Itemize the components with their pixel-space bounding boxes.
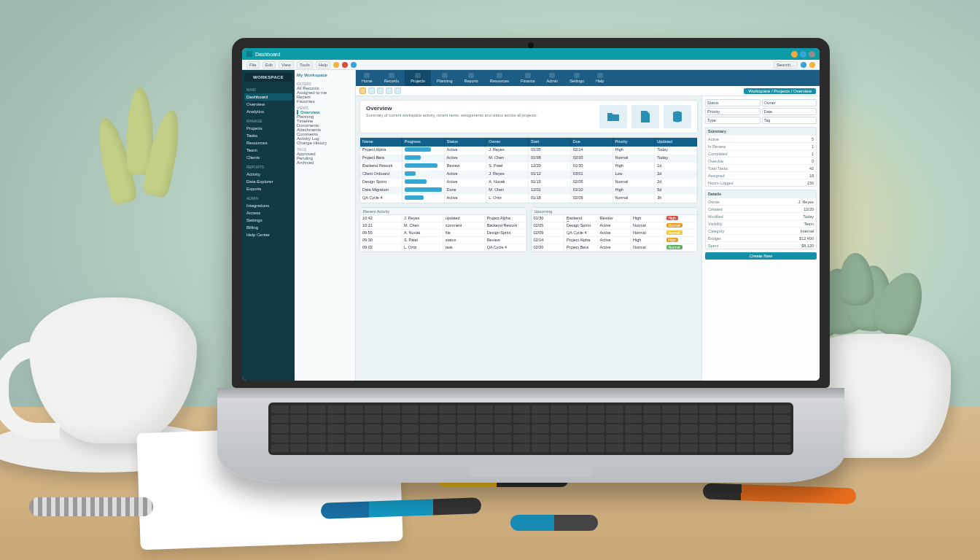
subnav-item[interactable]: Change History [297, 141, 353, 145]
column-header[interactable]: Due [571, 138, 613, 147]
menu-tools[interactable]: Tools [297, 61, 313, 69]
ribbon-tab[interactable]: Home [356, 70, 378, 86]
table-cell: Design Sprint [360, 179, 402, 187]
menu-edit[interactable]: Edit [262, 61, 276, 69]
upcoming-cell: Design Sprint [564, 222, 598, 230]
ribbon-tab[interactable]: Projects [405, 70, 431, 86]
tab-icon [574, 73, 580, 78]
sidebar-item[interactable]: Team [244, 147, 292, 154]
upcoming-row[interactable]: 02/05Design SprintActiveNormalNormal [532, 222, 698, 230]
table-row[interactable]: Backend ReworkReviewS. Patel12/2001/30Hi… [360, 163, 697, 171]
list-icon[interactable] [368, 88, 375, 94]
upcoming-cell: Backend Rework [564, 215, 598, 222]
sidebar-item[interactable]: Billing [244, 224, 292, 231]
sort-icon[interactable] [394, 88, 401, 94]
upcoming-row[interactable]: 02/09QA Cycle 4ActiveNormalNormal [532, 230, 698, 237]
priority-tag: Normal [666, 223, 682, 228]
sidebar-item[interactable]: Analytics [244, 108, 292, 115]
sidebar-item[interactable]: Settings [244, 217, 292, 224]
avatar-icon[interactable] [791, 51, 798, 58]
breadcrumb-path[interactable]: Workspace / Projects / Overview [744, 88, 816, 94]
sidebar-item[interactable]: Access [244, 209, 292, 217]
sidebar-item[interactable]: Exports [244, 185, 292, 192]
table-row[interactable]: Data MigrationDoneM. Chen12/0101/10High5… [360, 187, 697, 195]
activity-row[interactable]: 09:02L. OrtiztaskQA Cycle 4 [360, 244, 526, 252]
settings-icon[interactable] [809, 51, 815, 58]
filter-input[interactable]: Status [705, 99, 761, 106]
sync-icon[interactable] [809, 62, 815, 68]
activity-row[interactable]: 09:55A. NovakfileDesign Sprint [360, 230, 526, 237]
ribbon-tab[interactable]: Help [590, 70, 610, 86]
sidebar-item[interactable]: Resources [244, 139, 292, 147]
progress-bar [405, 163, 438, 168]
upcoming-row[interactable]: 01/30Backend ReworkReviewHighHigh [532, 215, 698, 222]
table-row[interactable]: Project AlphaActiveJ. Reyes01/0502/14Hig… [360, 147, 697, 155]
filter-icon[interactable] [386, 88, 392, 94]
table-row[interactable]: Design SprintActiveA. Novak01/1502/05Nor… [360, 179, 697, 187]
table-cell: Client Onboard [360, 171, 402, 179]
sidebar-item[interactable]: Clients [244, 154, 292, 161]
ribbon-tab[interactable]: Planning [431, 70, 458, 86]
upcoming-cell: Normal [664, 244, 698, 252]
sidebar-item[interactable]: Help Center [244, 231, 292, 238]
activity-cell: updated [443, 215, 485, 222]
menu-help[interactable]: Help [316, 61, 330, 69]
activity-row[interactable]: 09:30S. PatelstatusReview [360, 237, 526, 244]
upcoming-cell: High [664, 237, 698, 244]
refresh-icon[interactable] [801, 62, 806, 68]
ribbon-tab[interactable]: Resources [484, 70, 515, 86]
ribbon-tab[interactable]: Finance [515, 70, 541, 86]
info-value: $8,120 [801, 244, 814, 248]
sub-toolbar: Workspace / Projects / Overview [356, 86, 820, 96]
info-label: Created [708, 207, 804, 211]
table-cell: Normal [613, 195, 656, 203]
column-header[interactable]: Start [529, 138, 571, 147]
ribbon-tab[interactable]: Settings [564, 70, 590, 86]
create-button[interactable]: Create New [705, 252, 817, 260]
menu-view[interactable]: View [279, 61, 294, 69]
activity-row[interactable]: 10:21M. ChencommentBackend Rework [360, 222, 526, 230]
subnav-item[interactable]: Favorites [297, 99, 353, 104]
sidebar-item[interactable]: Integrations [244, 202, 292, 209]
table-row[interactable]: Client OnboardActiveJ. Reyes01/1203/01Lo… [360, 171, 697, 179]
ribbon-tab[interactable]: Records [378, 70, 405, 86]
column-header[interactable]: Owner [486, 138, 529, 147]
subnav-item[interactable]: Archived [297, 160, 353, 165]
table-row[interactable]: QA Cycle 4ActiveL. Ortiz01/1802/09Normal… [360, 195, 697, 203]
filter-input[interactable]: Date [762, 108, 817, 115]
table-row[interactable]: Project BetaActiveM. Chen01/0802/20Norma… [360, 155, 697, 163]
info-row: In Review1 [706, 142, 816, 149]
column-header[interactable]: Priority [613, 138, 656, 147]
column-header[interactable]: Name [360, 138, 402, 147]
info-label: Completed [708, 152, 812, 156]
column-header[interactable]: Progress [402, 138, 445, 147]
ribbon-tab[interactable]: Reports [458, 70, 483, 86]
sidebar-item[interactable]: Activity [244, 171, 292, 178]
filter-input[interactable]: Owner [762, 99, 817, 106]
sidebar-item[interactable]: Projects [244, 125, 292, 132]
sidebar-item[interactable]: Dashboard [244, 93, 292, 101]
sidebar-item[interactable]: Tasks [244, 132, 292, 139]
column-header[interactable]: Status [445, 138, 487, 147]
menu-file[interactable]: File [246, 61, 260, 69]
grid-icon[interactable] [377, 88, 384, 94]
filter-input[interactable]: Tag [762, 117, 817, 124]
filter-input[interactable]: Priority [705, 108, 761, 115]
info-value: 136 [807, 181, 814, 185]
search-input[interactable]: Search… [774, 61, 798, 69]
notification-icon[interactable] [800, 51, 806, 58]
table-cell: Active [445, 179, 487, 187]
sidebar-item[interactable]: Overview [244, 101, 292, 108]
upcoming-row[interactable]: 02/20Project BetaActiveNormalNormal [532, 244, 698, 252]
database-icon [664, 105, 691, 128]
ribbon-tab[interactable]: Admin [541, 70, 564, 86]
star-icon[interactable] [359, 88, 366, 94]
upcoming-row[interactable]: 02/14Project AlphaActiveHighHigh [532, 237, 698, 244]
filter-input[interactable]: Type [705, 117, 761, 124]
sidebar-item[interactable]: Data Explorer [244, 178, 292, 185]
activity-row[interactable]: 10:42J. ReyesupdatedProject Alpha [360, 215, 526, 222]
tab-icon [468, 73, 474, 78]
table-cell: 12/01 [529, 187, 571, 195]
tab-label: Admin [547, 79, 559, 83]
column-header[interactable]: Updated [655, 138, 697, 147]
